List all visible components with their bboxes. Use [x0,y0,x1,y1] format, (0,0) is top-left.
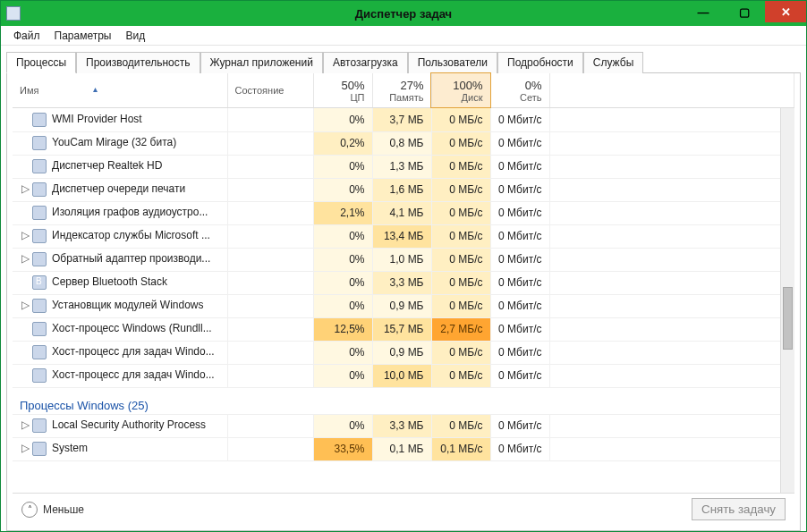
table-row[interactable]: Хост-процесс Windows (Rundll...12,5%15,7… [13,317,794,341]
process-name: Диспетчер очереди печати [52,182,185,195]
menu-options[interactable]: Параметры [47,28,119,44]
menu-view[interactable]: Вид [118,28,152,44]
process-name: Установщик модулей Windows [52,299,203,311]
sort-caret-icon: ▴ [93,84,98,94]
status-cell [227,294,313,317]
close-button[interactable]: ✕ [765,1,806,22]
fewer-details-button[interactable]: ˄ Меньше [21,502,84,518]
tab-performance[interactable]: Производительность [76,52,200,73]
tab-services[interactable]: Службы [583,52,643,73]
expand-icon[interactable]: ▷ [20,299,30,311]
table-row[interactable]: Хост-процесс для задач Windo...0%10,0 МБ… [13,364,794,387]
process-name: Хост-процесс для задач Windo... [52,368,215,381]
disk-cell: 0,1 МБ/с [431,437,490,460]
process-table: WMI Provider Host0%3,7 МБ0 МБ/с0 Мбит/сY… [13,108,794,461]
cpu-cell: 0% [313,248,372,271]
process-name: Сервер Bluetooth Stack [52,275,167,288]
col-spacer [549,73,794,107]
net-cell: 0 Мбит/с [490,155,549,178]
process-name-cell: ▷Установщик модулей Windows [13,294,227,317]
process-icon [32,136,47,150]
footer: ˄ Меньше Снять задачу [13,493,794,525]
process-icon [32,113,47,127]
net-cell: 0 Мбит/с [490,437,549,460]
table-row[interactable]: Хост-процесс для задач Windo...0%0,9 МБ0… [13,341,794,364]
status-cell [227,224,313,248]
table-row[interactable]: YouCam Mirage (32 бита)0,2%0,8 МБ0 МБ/с0… [13,131,794,155]
status-cell [227,414,313,437]
table-row[interactable]: ▷System33,5%0,1 МБ0,1 МБ/с0 Мбит/с [13,437,794,460]
col-network[interactable]: 0% Сеть [490,73,549,107]
process-name-cell: ▷Диспетчер очереди печати [13,178,227,201]
process-icon [32,206,47,220]
process-icon [32,229,47,243]
status-cell [227,108,313,131]
process-name: Диспетчер Realtek HD [52,159,162,172]
status-cell [227,437,313,460]
col-name[interactable]: ▴ Имя [13,73,227,107]
cpu-cell: 0% [313,341,372,364]
tab-processes[interactable]: Процессы [6,52,76,73]
process-icon [32,275,47,290]
process-icon [32,182,47,197]
mem-cell: 1,0 МБ [372,248,431,271]
process-name: Обратный адаптер производи... [52,252,210,265]
minimize-button[interactable]: — [683,1,724,22]
maximize-button[interactable]: ▢ [724,1,765,22]
table-row[interactable]: ▷Обратный адаптер производи...0%1,0 МБ0 … [13,248,794,271]
mem-cell: 1,6 МБ [372,178,431,201]
tab-strip: Процессы Производительность Журнал прило… [6,51,801,73]
tab-startup[interactable]: Автозагрузка [323,52,408,73]
expand-icon[interactable]: ▷ [20,182,30,195]
table-row[interactable]: ▷Диспетчер очереди печати0%1,6 МБ0 МБ/с0… [13,178,794,201]
expand-icon[interactable]: ▷ [20,229,30,241]
scrollbar-thumb[interactable] [783,287,793,350]
vertical-scrollbar[interactable] [780,108,794,493]
cpu-cell: 0% [313,178,372,201]
table-row[interactable]: ▷Индексатор службы Microsoft ...0%13,4 М… [13,224,794,248]
cpu-cell: 0,2% [313,131,372,155]
tab-details[interactable]: Подробности [497,52,583,73]
col-cpu[interactable]: 50% ЦП [313,73,372,107]
net-cell: 0 Мбит/с [490,364,549,387]
titlebar[interactable]: Диспетчер задач — ▢ ✕ [1,1,806,26]
mem-cell: 15,7 МБ [372,317,431,341]
end-task-button[interactable]: Снять задачу [692,498,786,520]
table-row[interactable]: Диспетчер Realtek HD0%1,3 МБ0 МБ/с0 Мбит… [13,155,794,178]
tab-app-history[interactable]: Журнал приложений [200,52,323,73]
expand-icon[interactable]: ▷ [20,442,30,454]
net-cell: 0 Мбит/с [490,108,549,131]
net-cell: 0 Мбит/с [490,271,549,294]
disk-cell: 0 МБ/с [431,201,490,224]
cpu-cell: 0% [313,414,372,437]
table-row[interactable]: ▷Установщик модулей Windows0%0,9 МБ0 МБ/… [13,294,794,317]
table-row[interactable]: ▷Local Security Authority Process0%3,3 М… [13,414,794,437]
process-name-cell: ▷System [13,437,227,460]
cpu-cell: 0% [313,364,372,387]
process-name: Хост-процесс для задач Windo... [52,345,215,358]
disk-cell: 0 МБ/с [431,108,490,131]
col-status[interactable]: Состояние [227,73,313,107]
cpu-cell: 12,5% [313,317,372,341]
disk-cell: 0 МБ/с [431,294,490,317]
process-name: Хост-процесс Windows (Rundll... [52,322,212,334]
table-row[interactable]: WMI Provider Host0%3,7 МБ0 МБ/с0 Мбит/с [13,108,794,131]
table-row[interactable]: Изоляция графов аудиоустро...2,1%4,1 МБ0… [13,201,794,224]
table-row[interactable]: Сервер Bluetooth Stack0%3,3 МБ0 МБ/с0 Мб… [13,271,794,294]
disk-cell: 0 МБ/с [431,341,490,364]
process-name-cell: Сервер Bluetooth Stack [13,271,227,294]
process-name: Изоляция графов аудиоустро... [52,206,208,218]
process-name-cell: Изоляция графов аудиоустро... [13,201,227,224]
expand-icon[interactable]: ▷ [20,252,30,265]
col-memory[interactable]: 27% Память [372,73,431,107]
net-cell: 0 Мбит/с [490,131,549,155]
tab-users[interactable]: Пользователи [408,52,497,73]
disk-cell: 0 МБ/с [431,271,490,294]
menu-file[interactable]: Файл [6,28,47,44]
disk-cell: 0 МБ/с [431,178,490,201]
disk-cell: 0 МБ/с [431,364,490,387]
col-disk[interactable]: 100% Диск [431,73,490,107]
disk-cell: 0 МБ/с [431,131,490,155]
expand-icon[interactable]: ▷ [20,418,30,431]
process-name: Local Security Authority Process [52,418,206,431]
